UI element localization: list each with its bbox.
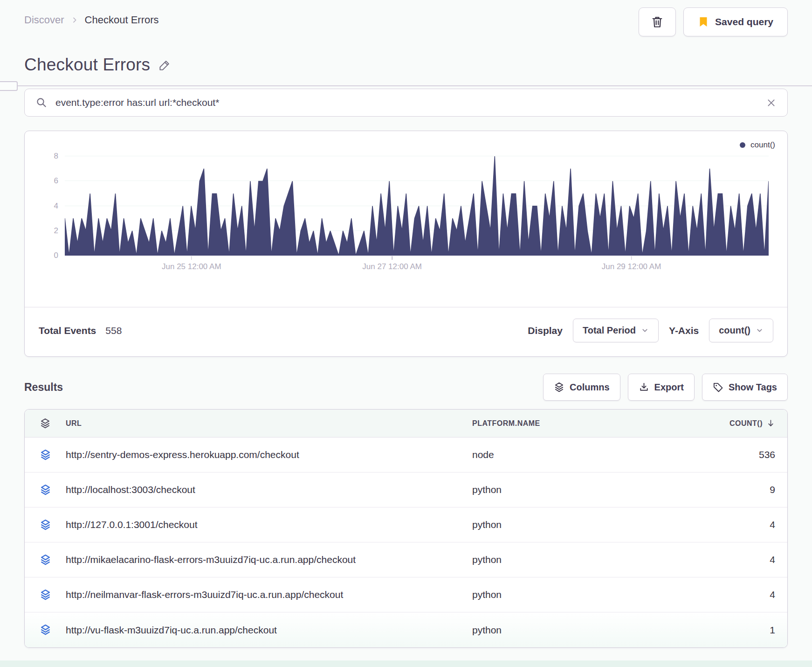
row-layers-icon[interactable] bbox=[40, 484, 51, 496]
topbar-actions: Saved query bbox=[639, 7, 788, 36]
table-header-row: URL PLATFORM.NAME COUNT() bbox=[25, 410, 787, 438]
cell-url[interactable]: http://mikaelacarino-flask-errors-m3uuiz… bbox=[66, 554, 472, 565]
total-events-label: Total Events bbox=[39, 325, 96, 336]
area-series-count bbox=[65, 156, 769, 256]
cell-platform: node bbox=[472, 449, 691, 460]
legend-label: count() bbox=[750, 140, 775, 150]
row-layers-icon[interactable] bbox=[40, 589, 51, 601]
chevron-right-icon bbox=[71, 16, 78, 24]
cell-url[interactable]: http://sentry-demos-express.herokuapp.co… bbox=[66, 449, 472, 460]
yaxis-dropdown-value: count() bbox=[719, 325, 750, 336]
download-icon bbox=[639, 382, 649, 393]
sort-desc-arrow-icon bbox=[766, 419, 775, 428]
column-header-platform[interactable]: PLATFORM.NAME bbox=[472, 419, 691, 428]
cell-platform: python bbox=[472, 519, 691, 530]
chevron-down-icon bbox=[756, 327, 764, 334]
y-axis-tick: 4 bbox=[41, 201, 58, 211]
display-dropdown-value: Total Period bbox=[583, 325, 636, 336]
y-axis-tick: 2 bbox=[41, 226, 58, 236]
yaxis-dropdown[interactable]: count() bbox=[709, 319, 773, 342]
sidebar-collapse-handle[interactable] bbox=[0, 81, 18, 91]
row-layers-icon[interactable] bbox=[40, 449, 51, 461]
chevron-down-icon bbox=[641, 327, 649, 334]
page-bottom-strip bbox=[0, 660, 812, 667]
breadcrumb-current: Checkout Errors bbox=[85, 14, 159, 26]
y-axis-tick: 6 bbox=[41, 176, 58, 186]
breadcrumb: Discover Checkout Errors bbox=[24, 14, 159, 26]
export-button[interactable]: Export bbox=[628, 374, 695, 401]
x-axis-label: Jun 29 12:00 AM bbox=[602, 262, 661, 271]
legend-dot bbox=[740, 142, 745, 148]
table-row: http://mikaelacarino-flask-errors-m3uuiz… bbox=[25, 542, 787, 577]
cell-platform: python bbox=[472, 589, 691, 600]
cell-url[interactable]: http://127.0.0.1:3001/checkout bbox=[66, 519, 472, 530]
cell-count: 4 bbox=[691, 554, 775, 565]
cell-url[interactable]: http://neilmanvar-flask-errors-m3uuizd7i… bbox=[66, 589, 472, 600]
show-tags-button-label: Show Tags bbox=[729, 382, 777, 393]
cell-count: 4 bbox=[691, 589, 775, 600]
row-layers-icon[interactable] bbox=[40, 624, 51, 636]
x-axis: Jun 25 12:00 AM Jun 27 12:00 AM Jun 29 1… bbox=[65, 256, 769, 274]
cell-count: 1 bbox=[691, 625, 775, 636]
clear-search-icon[interactable] bbox=[766, 98, 776, 108]
chart-panel: count() 0 2 4 6 8 bbox=[24, 131, 788, 357]
table-row: http://neilmanvar-flask-errors-m3uuizd7i… bbox=[25, 577, 787, 612]
x-axis-tick-mark bbox=[631, 256, 632, 260]
y-axis-tick: 8 bbox=[41, 152, 58, 161]
results-heading: Results bbox=[24, 381, 63, 394]
results-table: URL PLATFORM.NAME COUNT() http://sentry-… bbox=[24, 409, 788, 648]
trash-icon bbox=[651, 15, 664, 28]
search-bar bbox=[24, 89, 788, 117]
row-layers-icon[interactable] bbox=[40, 519, 51, 531]
legend-item-count[interactable]: count() bbox=[740, 140, 775, 150]
table-row: http://localhost:3003/checkout python 9 bbox=[25, 472, 787, 507]
saved-query-label: Saved query bbox=[715, 16, 773, 28]
show-tags-button[interactable]: Show Tags bbox=[702, 374, 788, 401]
cell-platform: python bbox=[472, 625, 691, 636]
columns-button-label: Columns bbox=[570, 382, 610, 393]
chart-plot-area[interactable]: 0 2 4 6 8 bbox=[65, 156, 769, 256]
x-axis-tick-mark bbox=[191, 256, 192, 260]
breadcrumb-discover[interactable]: Discover bbox=[24, 14, 64, 26]
delete-query-button[interactable] bbox=[639, 7, 676, 36]
table-row: http://vu-flask-m3uuizd7iq-uc.a.run.app/… bbox=[25, 612, 787, 647]
top-bar: Discover Checkout Errors Saved query bbox=[24, 0, 788, 36]
y-axis-tick: 0 bbox=[41, 251, 58, 260]
cell-platform: python bbox=[472, 554, 691, 565]
bookmark-icon bbox=[698, 16, 709, 28]
saved-query-button[interactable]: Saved query bbox=[683, 7, 788, 36]
tag-icon bbox=[713, 382, 723, 393]
x-axis-label: Jun 25 12:00 AM bbox=[162, 262, 221, 271]
column-header-url[interactable]: URL bbox=[66, 419, 472, 428]
chart-footer: Total Events 558 Display Total Period Y-… bbox=[25, 307, 787, 356]
row-layers-icon[interactable] bbox=[40, 554, 51, 566]
yaxis-label: Y-Axis bbox=[669, 325, 699, 336]
layers-icon bbox=[554, 382, 564, 393]
table-row: http://sentry-demos-express.herokuapp.co… bbox=[25, 438, 787, 472]
column-header-count[interactable]: COUNT() bbox=[691, 419, 775, 428]
cell-count: 536 bbox=[691, 449, 775, 460]
search-icon bbox=[36, 97, 47, 108]
header-layers-icon[interactable] bbox=[40, 418, 51, 429]
x-axis-label: Jun 27 12:00 AM bbox=[362, 262, 422, 271]
page-title: Checkout Errors bbox=[24, 55, 150, 75]
cell-url[interactable]: http://vu-flask-m3uuizd7iq-uc.a.run.app/… bbox=[66, 625, 472, 636]
search-input[interactable] bbox=[55, 97, 758, 108]
display-dropdown[interactable]: Total Period bbox=[573, 319, 659, 342]
total-events-value: 558 bbox=[105, 325, 122, 336]
export-button-label: Export bbox=[654, 382, 684, 393]
cell-platform: python bbox=[472, 484, 691, 495]
cell-count: 9 bbox=[691, 484, 775, 495]
page-divider bbox=[0, 85, 812, 86]
cell-count: 4 bbox=[691, 519, 775, 530]
table-row: http://127.0.0.1:3001/checkout python 4 bbox=[25, 507, 787, 542]
x-axis-tick-mark bbox=[392, 256, 392, 260]
display-label: Display bbox=[528, 325, 563, 336]
edit-title-pencil-icon[interactable] bbox=[158, 59, 171, 71]
cell-url[interactable]: http://localhost:3003/checkout bbox=[66, 484, 472, 495]
columns-button[interactable]: Columns bbox=[543, 374, 620, 401]
